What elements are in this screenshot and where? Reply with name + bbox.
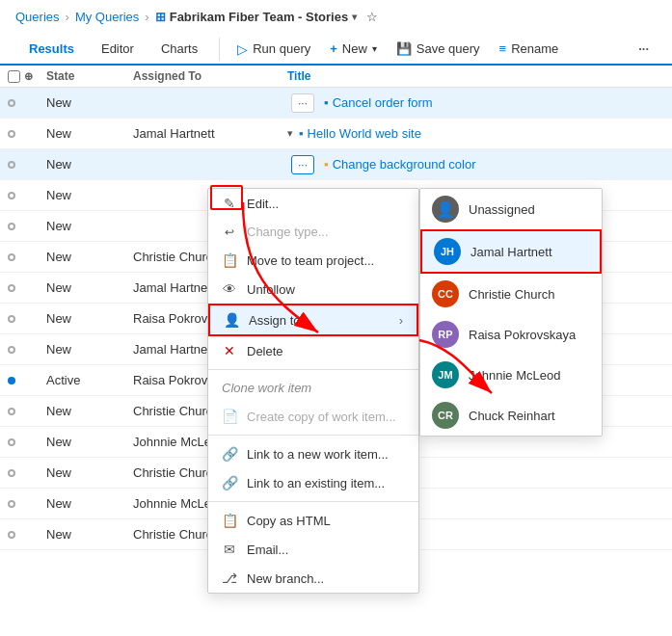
new-button[interactable]: + New ▾ (320, 36, 387, 62)
plus-icon: + (330, 41, 337, 56)
delete-icon: ✕ (222, 343, 237, 358)
work-item-title[interactable]: ▪ Cancel order form (324, 95, 433, 110)
row-assigned: Jamal Hartnett (133, 126, 287, 141)
menu-move-label: Move to team project... (247, 253, 374, 268)
story-icon: ▪ (324, 95, 329, 110)
toolbar-divider (219, 38, 220, 61)
menu-create-copy-label: Create copy of work item... (247, 410, 396, 424)
menu-link-new[interactable]: 🔗 Link to a new work item... (208, 439, 418, 468)
favorite-star-icon[interactable]: ☆ (366, 10, 378, 24)
menu-email[interactable]: ✉ Email... (208, 535, 418, 564)
link-new-icon: 🔗 (222, 446, 237, 462)
rename-icon: ≡ (499, 41, 507, 56)
dot-new (8, 223, 15, 230)
assign-icon: 👤 (224, 312, 239, 328)
dot-new (8, 253, 15, 261)
avatar: CC (432, 280, 459, 307)
breadcrumb-myqueries[interactable]: My Queries (75, 10, 139, 24)
email-icon: ✉ (222, 542, 237, 557)
menu-change-type: ↩ Change type... (208, 218, 418, 246)
chevron-down-icon: ▾ (372, 43, 377, 54)
menu-separator (208, 369, 418, 370)
link-existing-icon: 🔗 (222, 475, 237, 490)
assign-christie-label: Christie Church (469, 287, 555, 302)
menu-assign-label: Assign to (249, 313, 300, 328)
row-state: New (46, 95, 133, 110)
branch-icon: ⎇ (222, 570, 237, 586)
select-all-checkbox[interactable] (8, 70, 20, 83)
dot-new (8, 99, 15, 107)
save-query-button[interactable]: 💾 Save query (387, 36, 490, 62)
assign-jamal[interactable]: JH Jamal Hartnett (420, 229, 602, 274)
save-query-label: Save query (417, 41, 480, 56)
dot-new (8, 192, 15, 199)
table-header: ⊕ State Assigned To Title (0, 66, 672, 88)
menu-new-branch[interactable]: ⎇ New branch... (208, 564, 418, 593)
col-title-header[interactable]: Title (287, 69, 664, 83)
work-item-title[interactable]: ▪ Hello World web site (299, 126, 421, 141)
dot-new (8, 161, 15, 169)
dot-new (8, 284, 15, 292)
more-dots-button[interactable]: ··· (291, 93, 314, 113)
tab-results[interactable]: Results (15, 34, 88, 66)
menu-edit[interactable]: ✎ Edit... (208, 189, 418, 218)
run-icon: ▷ (237, 41, 248, 57)
assign-johnnie[interactable]: JM Johnnie McLeod (420, 355, 602, 395)
run-query-button[interactable]: ▷ Run query (228, 36, 320, 63)
menu-clone-label: Clone work item (208, 374, 418, 402)
menu-separator-2 (208, 435, 418, 436)
assign-johnnie-label: Johnnie McLeod (469, 368, 560, 383)
rename-button[interactable]: ≡ Rename (490, 36, 569, 62)
edit-icon: ✎ (222, 196, 237, 211)
menu-separator-3 (208, 501, 418, 502)
assign-jamal-label: Jamal Hartnett (470, 245, 552, 259)
dot-new (8, 130, 15, 138)
assign-raisa[interactable]: RP Raisa Pokrovskaya (420, 314, 602, 355)
menu-assign-to[interactable]: 👤 Assign to › (208, 304, 418, 336)
breadcrumb: Queries › My Queries › ⊞ Fabrikam Fiber … (0, 0, 672, 34)
dot-new (8, 438, 15, 446)
story-icon: ▪ (299, 126, 304, 141)
assign-raisa-label: Raisa Pokrovskaya (469, 328, 576, 342)
menu-move-project[interactable]: 📋 Move to team project... (208, 246, 418, 275)
menu-copy-html-label: Copy as HTML (247, 514, 331, 528)
avatar: JM (432, 361, 459, 388)
rename-label: Rename (511, 41, 558, 56)
more-dots-button[interactable]: ··· (291, 155, 314, 174)
more-options-button[interactable]: ··· (631, 36, 657, 62)
tab-charts[interactable]: Charts (148, 34, 211, 66)
breadcrumb-queries[interactable]: Queries (15, 10, 60, 24)
menu-copy-html[interactable]: 📋 Copy as HTML (208, 506, 418, 535)
assign-unassigned-label: Unassigned (469, 202, 535, 217)
chevron-down-icon[interactable]: ▾ (352, 12, 357, 22)
assign-chuck[interactable]: CR Chuck Reinhart (420, 395, 602, 436)
breadcrumb-current: Fabrikam Fiber Team - Stories (170, 10, 348, 24)
assign-christie[interactable]: CC Christie Church (420, 274, 602, 314)
menu-delete[interactable]: ✕ Delete (208, 336, 418, 365)
toolbar: Results Editor Charts ▷ Run query + New … (0, 34, 672, 66)
clone-section-label: Clone work item (222, 381, 311, 395)
save-icon: 💾 (396, 41, 412, 56)
assign-unassigned[interactable]: 👤 Unassigned (420, 189, 602, 229)
submenu-chevron-icon: › (399, 313, 403, 328)
menu-unfollow-label: Unfollow (247, 282, 295, 297)
move-icon: 📋 (222, 252, 237, 268)
expand-row-icon[interactable]: ▾ (287, 127, 293, 140)
menu-change-type-label: Change type... (247, 225, 329, 239)
avatar: RP (432, 321, 459, 348)
menu-unfollow[interactable]: 👁 Unfollow (208, 275, 418, 304)
dot-active (8, 377, 15, 384)
unassigned-icon: 👤 (436, 200, 455, 219)
col-assigned-header: Assigned To (133, 69, 287, 83)
work-item-title[interactable]: ▪ Change background color (324, 157, 476, 172)
tab-editor[interactable]: Editor (88, 34, 148, 66)
row-state: New (46, 157, 133, 172)
expand-icon: ⊕ (24, 70, 33, 83)
menu-link-existing[interactable]: 🔗 Link to an existing item... (208, 468, 418, 497)
new-label: New (342, 41, 367, 56)
assign-to-submenu: 👤 Unassigned JH Jamal Hartnett CC Christ… (419, 188, 603, 437)
menu-link-existing-label: Link to an existing item... (247, 476, 385, 490)
menu-new-branch-label: New branch... (247, 571, 324, 586)
dot-new (8, 315, 15, 323)
menu-delete-label: Delete (247, 344, 283, 358)
